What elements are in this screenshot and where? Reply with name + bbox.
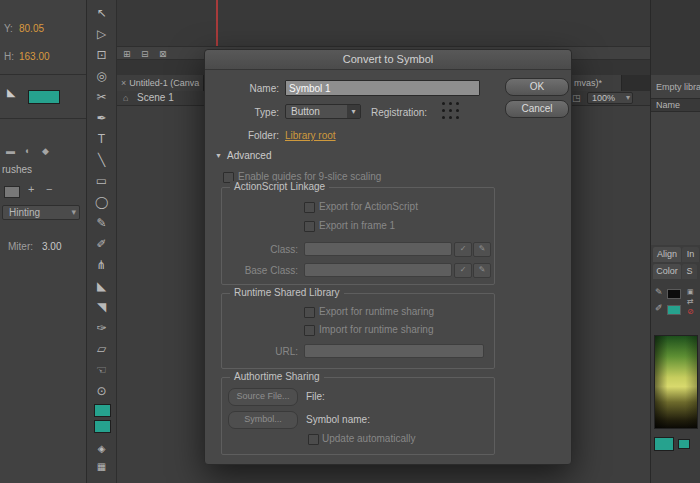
subselection-tool[interactable]: ▷ [87, 25, 116, 43]
cap-style-icon[interactable]: ◖ [24, 146, 29, 156]
color-picker-gradient[interactable] [654, 335, 698, 429]
rectangle-tool[interactable]: ▭ [87, 172, 116, 190]
tab-align[interactable]: Align [653, 247, 681, 262]
runtime-shared-library-group: Runtime Shared Library Export for runtim… [221, 293, 495, 369]
export-in-frame-1-checkbox [304, 221, 315, 232]
tab-untitled-2-fragment[interactable]: mvas)* [570, 75, 622, 91]
tab-info[interactable]: In [682, 247, 699, 262]
library-header-area [651, 0, 700, 75]
pencil-tool[interactable]: ✎ [87, 214, 116, 232]
lasso-tool[interactable]: ✂ [87, 88, 116, 106]
tab-swatches[interactable]: S [682, 264, 697, 279]
swap-colors-icon[interactable]: ⇄ [687, 297, 694, 307]
current-color-chip[interactable] [654, 437, 674, 451]
export-runtime-sharing-checkbox [304, 307, 315, 318]
new-folder-icon[interactable]: ⊟ [141, 49, 149, 59]
zoom-tool[interactable]: ⊙ [87, 382, 116, 400]
tab-untitled-1[interactable]: ×Untitled-1 (Canva [117, 75, 204, 91]
line-tool[interactable]: ╲ [87, 151, 116, 169]
properties-panel: Y: 80.05 H: 163.00 ◣ ▬ ◖ ◆ rushes + − Hi… [0, 0, 87, 483]
scene-breadcrumb[interactable]: Scene 1 [137, 92, 174, 103]
bone-tool[interactable]: ⋔ [87, 256, 116, 274]
library-panel: Empty libra Name [650, 0, 700, 245]
selection-tool[interactable]: ↖ [87, 4, 116, 22]
brushes-section-label: rushes [2, 164, 32, 175]
eyedropper-tool[interactable]: ✑ [87, 319, 116, 337]
registration-grid[interactable] [442, 102, 459, 119]
stroke-color-chip[interactable] [94, 404, 111, 417]
ink-bottle-tool[interactable]: ◥ [87, 298, 116, 316]
disclosure-triangle-icon[interactable]: ▼ [215, 152, 222, 159]
base-class-label: Base Class: [222, 265, 298, 276]
playhead[interactable] [216, 0, 218, 46]
stroke-pencil-icon: ✎ [655, 287, 663, 297]
paint-bucket-tool[interactable]: ◣ [87, 277, 116, 295]
fill-color-chip[interactable] [94, 420, 111, 433]
fill-color-chip[interactable] [28, 90, 60, 104]
hinting-label: Hinting [9, 207, 40, 218]
tab-close-icon[interactable]: × [121, 78, 126, 88]
brush-tool[interactable]: ✐ [87, 235, 116, 253]
stroke-style-icon[interactable]: ▬ [6, 146, 15, 156]
pen-tool[interactable]: ✒ [87, 109, 116, 127]
class-label: Class: [222, 244, 298, 255]
fill-brush-icon: ✐ [655, 303, 663, 313]
dialog-title-bar[interactable]: Convert to Symbol [205, 50, 571, 70]
new-layer-icon[interactable]: ⊞ [123, 49, 131, 59]
update-automatically-checkbox [308, 434, 319, 445]
symbol-name-input[interactable] [285, 80, 480, 96]
library-item-list [651, 112, 700, 245]
type-dropdown[interactable]: Button ▾ [285, 104, 361, 119]
zoom-value: 100% [592, 93, 615, 103]
base-class-input [304, 263, 452, 277]
divider [0, 74, 86, 75]
height-label: H: [4, 51, 14, 62]
no-color-icon[interactable]: ⊘ [687, 307, 694, 317]
export-for-actionscript-label: Export for ActionScript [319, 201, 418, 212]
text-tool[interactable]: T [87, 130, 116, 148]
delete-layer-icon[interactable]: ⊠ [159, 49, 167, 59]
folder-label: Folder: [205, 130, 279, 141]
dialog-title: Convert to Symbol [343, 53, 433, 65]
scene-icon: ⌂ [123, 93, 128, 103]
hand-tool[interactable]: ☜ [87, 361, 116, 379]
source-file-button: Source File... [228, 388, 298, 406]
miter-label: Miter: [8, 241, 33, 252]
miter-value[interactable]: 3.00 [42, 241, 61, 252]
file-label: File: [306, 391, 325, 402]
library-name-column-header[interactable]: Name [651, 98, 700, 112]
folder-link[interactable]: Library root [285, 130, 336, 141]
add-button[interactable]: + [28, 183, 34, 195]
cancel-button[interactable]: Cancel [505, 100, 569, 118]
update-automatically-label: Update automatically [322, 433, 415, 444]
remove-button[interactable]: − [46, 183, 52, 195]
validate-base-class-button: ✓ [454, 263, 472, 278]
oval-tool[interactable]: ◯ [87, 193, 116, 211]
y-position-value[interactable]: 80.05 [19, 23, 44, 34]
tool-options-icon[interactable]: ▦ [87, 458, 116, 476]
advanced-toggle[interactable]: Advanced [227, 150, 271, 161]
height-value[interactable]: 163.00 [19, 51, 50, 62]
runtime-shared-library-title: Runtime Shared Library [230, 287, 344, 298]
ok-button[interactable]: OK [505, 78, 569, 96]
hinting-dropdown[interactable]: Hinting ▾ [2, 205, 80, 220]
tab-title: Untitled-1 (Canva [129, 78, 199, 88]
gradient-transform-tool[interactable]: ◎ [87, 67, 116, 85]
stroke-color-chip[interactable] [667, 289, 681, 299]
type-value: Button [291, 106, 320, 117]
eraser-tool[interactable]: ▱ [87, 340, 116, 358]
fill-color-chip[interactable] [667, 305, 681, 315]
zoom-dropdown[interactable]: 100% ▾ [587, 92, 633, 104]
join-style-icon[interactable]: ◆ [42, 146, 49, 156]
brush-preview [4, 186, 20, 198]
type-label: Type: [205, 107, 279, 118]
edit-symbols-icon[interactable]: ◳ [572, 93, 581, 103]
tab-color[interactable]: Color [653, 264, 681, 279]
default-colors-icon[interactable]: ▣ [687, 287, 694, 297]
snap-icon[interactable]: ◈ [87, 440, 116, 458]
library-empty-text: Empty libra [656, 82, 700, 92]
swatch-chip[interactable] [678, 439, 690, 449]
edit-base-class-button: ✎ [473, 263, 491, 278]
free-transform-tool[interactable]: ⊡ [87, 46, 116, 64]
name-header-label: Name [656, 100, 680, 110]
